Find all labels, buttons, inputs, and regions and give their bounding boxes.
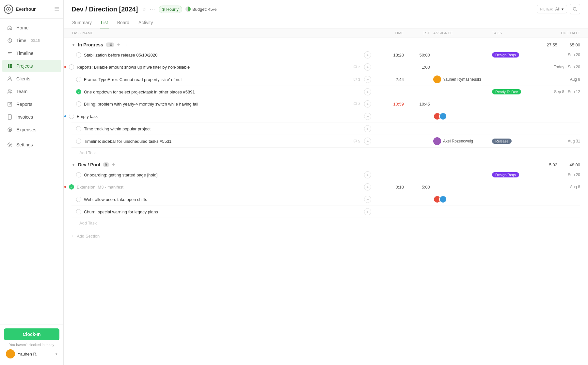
play-button[interactable]: ▶: [364, 88, 371, 95]
tags-cell: Design/Reqs: [489, 52, 541, 58]
projects-icon: [7, 63, 13, 69]
section-add-in-progress[interactable]: +: [117, 42, 120, 48]
sidebar-item-settings-label: Settings: [16, 142, 33, 147]
task-checkbox[interactable]: [76, 126, 81, 131]
sidebar-item-expenses[interactable]: Expenses: [2, 124, 61, 136]
task-name: Web: allow users take open shifts: [84, 197, 360, 202]
task-cell: ✓ Extension: M3 - manifest ▶: [72, 183, 371, 191]
play-button[interactable]: ▶: [364, 76, 371, 83]
section-in-progress: ▼ In Progress 10 + ··· 27:55 65:00 Stabi…: [64, 38, 588, 158]
task-checkbox[interactable]: [69, 114, 74, 119]
assignee-cell: [430, 195, 489, 203]
task-checkbox[interactable]: [76, 139, 81, 144]
task-checkbox[interactable]: [76, 77, 81, 82]
col-tags: TAGS: [489, 31, 541, 35]
task-comments: 3: [353, 77, 360, 81]
task-row: ✓ Extension: M3 - manifest ▶ 0:18 5:00 A…: [72, 181, 580, 193]
dollar-icon: $: [162, 7, 165, 12]
play-button[interactable]: ▶: [364, 196, 371, 203]
filter-dropdown[interactable]: FILTER: All ▾: [537, 5, 567, 13]
section-title-dev-pool: Dev / Pool: [78, 162, 100, 167]
sidebar-item-reports[interactable]: Reports: [2, 98, 61, 110]
tags-cell: Release: [489, 139, 541, 144]
tab-summary[interactable]: Summary: [72, 17, 92, 28]
svg-point-9: [9, 77, 11, 79]
add-section-label: Add Section: [77, 234, 100, 239]
sidebar-item-home[interactable]: Home: [2, 22, 61, 34]
sidebar-item-time[interactable]: Time 00:15: [2, 34, 61, 47]
tag[interactable]: Design/Reqs: [492, 52, 519, 58]
svg-point-1: [8, 8, 9, 10]
timeline-icon: [7, 50, 13, 57]
task-checkbox[interactable]: [76, 172, 81, 177]
sidebar-item-clients-label: Clients: [16, 76, 30, 81]
assignee-avatar: [433, 137, 441, 145]
header-actions: ☆ ··· $ Hourly Budget: 45%: [142, 6, 216, 13]
clockin-button[interactable]: Clock-In: [4, 328, 59, 340]
task-checkbox-done[interactable]: ✓: [69, 184, 74, 190]
task-checkbox[interactable]: [76, 52, 81, 58]
task-name: Onboarding: getting started page [hold]: [84, 173, 360, 177]
sidebar-collapse-icon[interactable]: ☰: [54, 6, 59, 13]
filter-area: FILTER: All ▾: [537, 4, 580, 14]
play-button[interactable]: ▶: [364, 208, 371, 215]
section-dev-pool-header: ▼ Dev / Pool 9 + 5:02 48:00: [72, 158, 580, 169]
time-value: 0:18: [371, 185, 404, 190]
tag[interactable]: Release: [492, 139, 512, 144]
play-button[interactable]: ▶: [364, 171, 371, 178]
play-button[interactable]: ▶: [364, 51, 371, 58]
svg-rect-8: [10, 66, 12, 68]
tag[interactable]: Ready To Dev: [492, 89, 521, 94]
user-row[interactable]: Yauhen R. ▾: [4, 347, 59, 361]
svg-point-11: [10, 90, 11, 91]
section-more-in-progress[interactable]: ···: [123, 42, 128, 47]
task-checkbox[interactable]: [76, 209, 81, 214]
tab-board[interactable]: Board: [117, 17, 130, 28]
tab-list[interactable]: List: [100, 17, 109, 28]
assignee-cell: Axel Rozencweig: [430, 137, 489, 145]
task-name: Frame: TypeError: Cannot read property '…: [84, 77, 351, 82]
add-task-dev-pool[interactable]: Add Task: [72, 218, 580, 228]
hourly-badge[interactable]: $ Hourly: [159, 6, 182, 13]
filter-chevron-icon: ▾: [562, 7, 564, 11]
time-badge: 00:15: [31, 39, 40, 42]
add-section-button[interactable]: + Add Section: [64, 228, 588, 244]
tab-activity[interactable]: Activity: [138, 17, 153, 28]
due-value: Aug 31: [541, 139, 580, 143]
task-checkbox[interactable]: [76, 101, 81, 107]
main-content: Dev / Direction [2024] ☆ ··· $ Hourly Bu…: [64, 0, 588, 365]
sidebar-item-settings[interactable]: Settings: [2, 139, 61, 151]
section-dev-pool: ▼ Dev / Pool 9 + 5:02 48:00 Onboarding: …: [64, 158, 588, 228]
play-button[interactable]: ▶: [364, 125, 371, 132]
sidebar-logo[interactable]: Everhour: [4, 5, 54, 14]
task-comments: 2: [353, 65, 360, 69]
task-checkbox[interactable]: [76, 197, 81, 202]
sidebar-item-timeline[interactable]: Timeline: [2, 47, 61, 59]
section-add-dev-pool[interactable]: +: [112, 162, 115, 168]
sidebar-item-projects[interactable]: Projects: [2, 60, 61, 72]
task-row: Reports: Billable amount shows up if we …: [72, 61, 580, 73]
task-row: Timeline: sidebar for unscheduled tasks …: [72, 135, 580, 148]
sidebar-item-invoices[interactable]: Invoices: [2, 111, 61, 123]
task-name: Churn: special warning for legacy plans: [84, 209, 360, 214]
play-button[interactable]: ▶: [364, 138, 371, 145]
section-toggle-in-progress[interactable]: ▼: [72, 42, 75, 47]
more-options-icon[interactable]: ···: [150, 7, 155, 12]
play-button[interactable]: ▶: [364, 183, 371, 191]
svg-rect-5: [8, 64, 9, 66]
star-icon[interactable]: ☆: [142, 6, 146, 12]
sidebar-item-team[interactable]: Team: [2, 85, 61, 98]
task-row: Churn: special warning for legacy plans …: [72, 206, 580, 218]
task-checkbox[interactable]: [69, 64, 74, 70]
search-button[interactable]: [570, 4, 580, 14]
section-toggle-dev-pool[interactable]: ▼: [72, 162, 75, 167]
play-button[interactable]: ▶: [364, 113, 371, 120]
sidebar-item-clients[interactable]: Clients: [2, 73, 61, 85]
section-time-in-progress: 27:55: [538, 42, 557, 47]
play-button[interactable]: ▶: [364, 63, 371, 71]
add-task-in-progress[interactable]: Add Task: [72, 148, 580, 158]
play-button[interactable]: ▶: [364, 100, 371, 108]
task-checkbox-done[interactable]: ✓: [76, 89, 81, 94]
tag[interactable]: Design/Reqs: [492, 172, 519, 177]
filter-value: All: [555, 7, 560, 11]
